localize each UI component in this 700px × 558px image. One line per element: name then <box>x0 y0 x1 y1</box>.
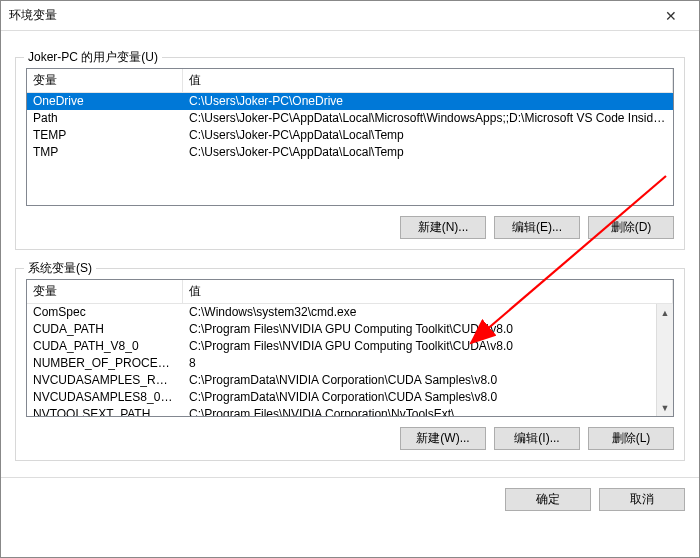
table-row[interactable]: NVCUDASAMPLES_ROOT C:\ProgramData\NVIDIA… <box>27 372 673 389</box>
user-variables-group: Joker-PC 的用户变量(U) 变量 值 OneDrive C:\Users… <box>15 57 685 250</box>
cell-var: Path <box>27 110 183 127</box>
cell-val: C:\Users\Joker-PC\AppData\Local\Temp <box>183 144 673 161</box>
cell-var: ComSpec <box>27 304 183 321</box>
table-row[interactable]: ComSpec C:\Windows\system32\cmd.exe <box>27 304 673 321</box>
table-header: 变量 值 <box>27 280 673 304</box>
table-row[interactable]: CUDA_PATH C:\Program Files\NVIDIA GPU Co… <box>27 321 673 338</box>
table-row[interactable]: OneDrive C:\Users\Joker-PC\OneDrive <box>27 93 673 110</box>
cell-val: C:\Users\Joker-PC\AppData\Local\Microsof… <box>183 110 673 127</box>
system-variables-buttons: 新建(W)... 编辑(I)... 删除(L) <box>26 427 674 450</box>
cell-var: NVCUDASAMPLES8_0_ROOT <box>27 389 183 406</box>
new-sys-var-button[interactable]: 新建(W)... <box>400 427 486 450</box>
edit-user-var-button[interactable]: 编辑(E)... <box>494 216 580 239</box>
cell-var: TEMP <box>27 127 183 144</box>
cell-val: 8 <box>183 355 673 372</box>
cancel-button[interactable]: 取消 <box>599 488 685 511</box>
system-variables-group: 系统变量(S) 变量 值 ComSpec C:\Windows\system32… <box>15 268 685 461</box>
cell-var: NVTOOLSEXT_PATH <box>27 406 183 416</box>
cell-var: CUDA_PATH_V8_0 <box>27 338 183 355</box>
table-row[interactable]: NVCUDASAMPLES8_0_ROOT C:\ProgramData\NVI… <box>27 389 673 406</box>
window-title: 环境变量 <box>9 7 651 24</box>
dialog-buttons: 确定 取消 <box>1 477 699 511</box>
delete-user-var-button[interactable]: 删除(D) <box>588 216 674 239</box>
close-button[interactable]: ✕ <box>651 2 691 30</box>
cell-val: C:\Windows\system32\cmd.exe <box>183 304 673 321</box>
cell-var: TMP <box>27 144 183 161</box>
close-icon: ✕ <box>665 8 677 24</box>
cell-val: C:\Users\Joker-PC\OneDrive <box>183 93 673 110</box>
edit-sys-var-button[interactable]: 编辑(I)... <box>494 427 580 450</box>
cell-val: C:\ProgramData\NVIDIA Corporation\CUDA S… <box>183 372 673 389</box>
user-variables-table[interactable]: 变量 值 OneDrive C:\Users\Joker-PC\OneDrive… <box>26 68 674 206</box>
cell-var: CUDA_PATH <box>27 321 183 338</box>
cell-var: NUMBER_OF_PROCESSORS <box>27 355 183 372</box>
user-variables-buttons: 新建(N)... 编辑(E)... 删除(D) <box>26 216 674 239</box>
scroll-down-icon[interactable]: ▼ <box>657 399 674 416</box>
table-row[interactable]: Path C:\Users\Joker-PC\AppData\Local\Mic… <box>27 110 673 127</box>
table-row[interactable]: TEMP C:\Users\Joker-PC\AppData\Local\Tem… <box>27 127 673 144</box>
system-variables-label: 系统变量(S) <box>24 260 96 277</box>
cell-val: C:\Program Files\NVIDIA GPU Computing To… <box>183 338 673 355</box>
column-header-variable[interactable]: 变量 <box>27 280 183 303</box>
system-variables-table[interactable]: 变量 值 ComSpec C:\Windows\system32\cmd.exe… <box>26 279 674 417</box>
column-header-value[interactable]: 值 <box>183 280 673 303</box>
cell-val: C:\Program Files\NVIDIA Corporation\NvTo… <box>183 406 673 416</box>
user-variables-label: Joker-PC 的用户变量(U) <box>24 49 162 66</box>
delete-sys-var-button[interactable]: 删除(L) <box>588 427 674 450</box>
column-header-value[interactable]: 值 <box>183 69 673 92</box>
cell-var: NVCUDASAMPLES_ROOT <box>27 372 183 389</box>
table-row[interactable]: CUDA_PATH_V8_0 C:\Program Files\NVIDIA G… <box>27 338 673 355</box>
column-header-variable[interactable]: 变量 <box>27 69 183 92</box>
scroll-up-icon[interactable]: ▲ <box>657 304 674 321</box>
titlebar: 环境变量 ✕ <box>1 1 699 31</box>
vertical-scrollbar[interactable]: ▲ ▼ <box>656 304 673 416</box>
cell-val: C:\Users\Joker-PC\AppData\Local\Temp <box>183 127 673 144</box>
new-user-var-button[interactable]: 新建(N)... <box>400 216 486 239</box>
cell-val: C:\ProgramData\NVIDIA Corporation\CUDA S… <box>183 389 673 406</box>
system-variables-rows: ComSpec C:\Windows\system32\cmd.exe CUDA… <box>27 304 673 416</box>
ok-button[interactable]: 确定 <box>505 488 591 511</box>
table-row[interactable]: NUMBER_OF_PROCESSORS 8 <box>27 355 673 372</box>
table-row[interactable]: TMP C:\Users\Joker-PC\AppData\Local\Temp <box>27 144 673 161</box>
cell-val: C:\Program Files\NVIDIA GPU Computing To… <box>183 321 673 338</box>
cell-var: OneDrive <box>27 93 183 110</box>
table-header: 变量 值 <box>27 69 673 93</box>
user-variables-rows: OneDrive C:\Users\Joker-PC\OneDrive Path… <box>27 93 673 205</box>
dialog-content: Joker-PC 的用户变量(U) 变量 值 OneDrive C:\Users… <box>1 31 699 473</box>
table-row[interactable]: NVTOOLSEXT_PATH C:\Program Files\NVIDIA … <box>27 406 673 416</box>
